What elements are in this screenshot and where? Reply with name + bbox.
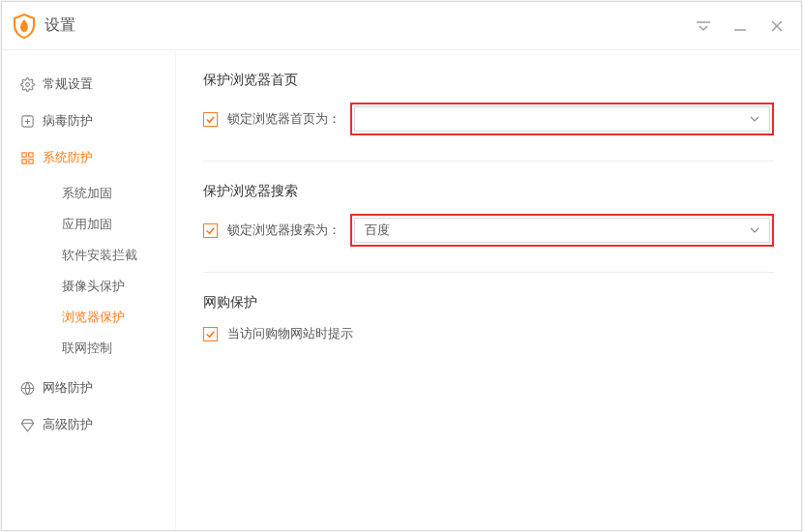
sidebar-subitem-label: 联网控制 bbox=[62, 340, 112, 357]
section-search-protect: 保护浏览器搜索 锁定浏览器搜索为： 百度 bbox=[203, 183, 774, 247]
sidebar-subitem-install-block[interactable]: 软件安装拦截 bbox=[2, 240, 175, 271]
sidebar-subitem-camera-protect[interactable]: 摄像头保护 bbox=[2, 271, 175, 302]
divider bbox=[203, 272, 774, 273]
search-select-highlight: 百度 bbox=[350, 214, 774, 247]
sidebar-subitem-system-harden[interactable]: 系统加固 bbox=[2, 178, 175, 209]
select-value: 百度 bbox=[365, 222, 390, 239]
checkbox-label: 锁定浏览器首页为： bbox=[227, 110, 341, 128]
close-button[interactable] bbox=[764, 14, 789, 39]
grid-icon bbox=[19, 150, 35, 165]
app-logo-icon bbox=[14, 14, 35, 39]
svg-rect-11 bbox=[28, 159, 32, 163]
sidebar-item-label: 网络防护 bbox=[43, 379, 93, 397]
sidebar-item-general[interactable]: 常规设置 bbox=[2, 66, 175, 103]
svg-rect-9 bbox=[28, 152, 32, 156]
settings-window: 设置 bbox=[1, 1, 802, 531]
sidebar-subitem-label: 软件安装拦截 bbox=[62, 248, 137, 264]
row-shopping-prompt: 当访问购物网站时提示 bbox=[203, 325, 774, 342]
sidebar-item-network[interactable]: 网络防护 bbox=[2, 369, 175, 406]
sidebar-subitem-label: 摄像头保护 bbox=[62, 279, 125, 295]
window-body: 常规设置 病毒防护 bbox=[2, 50, 801, 530]
svg-rect-8 bbox=[21, 152, 25, 156]
section-title: 保护浏览器搜索 bbox=[203, 183, 774, 200]
checkbox-shopping-prompt[interactable] bbox=[203, 327, 218, 341]
content-pane: 保护浏览器首页 锁定浏览器首页为： bbox=[176, 50, 801, 530]
sidebar-item-advanced[interactable]: 高级防护 bbox=[2, 406, 175, 443]
chevron-down-icon bbox=[750, 114, 759, 124]
checkbox-search-lock[interactable] bbox=[203, 223, 218, 238]
homepage-select-highlight bbox=[350, 103, 774, 135]
sidebar-item-label: 系统防护 bbox=[43, 149, 93, 166]
sidebar-subitem-label: 系统加固 bbox=[62, 186, 112, 202]
sidebar-item-label: 病毒防护 bbox=[43, 112, 93, 130]
sidebar-sublist-system: 系统加固 应用加固 软件安装拦截 摄像头保护 浏览器保护 联网控制 bbox=[2, 176, 175, 369]
row-homepage-lock: 锁定浏览器首页为： bbox=[203, 103, 774, 135]
globe-icon bbox=[19, 380, 35, 396]
menu-button[interactable] bbox=[691, 14, 716, 39]
sidebar-item-virus[interactable]: 病毒防护 bbox=[2, 103, 175, 139]
search-select[interactable]: 百度 bbox=[354, 218, 770, 243]
chevron-down-icon bbox=[750, 225, 759, 235]
checkbox-label: 当访问购物网站时提示 bbox=[227, 325, 353, 342]
divider bbox=[203, 161, 774, 162]
plus-square-icon bbox=[19, 113, 35, 129]
section-title: 网购保护 bbox=[203, 294, 774, 311]
section-title: 保护浏览器首页 bbox=[203, 72, 774, 89]
gear-icon bbox=[19, 76, 35, 92]
sidebar-item-label: 高级防护 bbox=[43, 416, 93, 433]
sidebar-subitem-browser-protect[interactable]: 浏览器保护 bbox=[2, 302, 175, 333]
svg-point-4 bbox=[25, 82, 29, 86]
svg-marker-14 bbox=[21, 419, 34, 430]
homepage-select[interactable] bbox=[354, 106, 770, 132]
row-search-lock: 锁定浏览器搜索为： 百度 bbox=[203, 214, 774, 247]
sidebar-subitem-network-control[interactable]: 联网控制 bbox=[2, 333, 175, 364]
sidebar-subitem-label: 浏览器保护 bbox=[62, 310, 125, 326]
sidebar-subitem-app-harden[interactable]: 应用加固 bbox=[2, 209, 175, 240]
window-title: 设置 bbox=[45, 15, 75, 36]
section-homepage-protect: 保护浏览器首页 锁定浏览器首页为： bbox=[203, 72, 774, 135]
sidebar-subitem-label: 应用加固 bbox=[62, 217, 112, 233]
diamond-icon bbox=[19, 417, 35, 432]
section-shopping-protect: 网购保护 当访问购物网站时提示 bbox=[203, 294, 774, 342]
checkbox-label: 锁定浏览器搜索为： bbox=[227, 222, 341, 239]
svg-rect-10 bbox=[21, 159, 25, 163]
sidebar-item-system[interactable]: 系统防护 bbox=[2, 139, 175, 176]
checkbox-homepage-lock[interactable] bbox=[203, 112, 218, 127]
titlebar: 设置 bbox=[2, 2, 801, 50]
sidebar: 常规设置 病毒防护 bbox=[2, 50, 176, 530]
sidebar-item-label: 常规设置 bbox=[43, 75, 93, 93]
minimize-button[interactable] bbox=[728, 14, 753, 39]
